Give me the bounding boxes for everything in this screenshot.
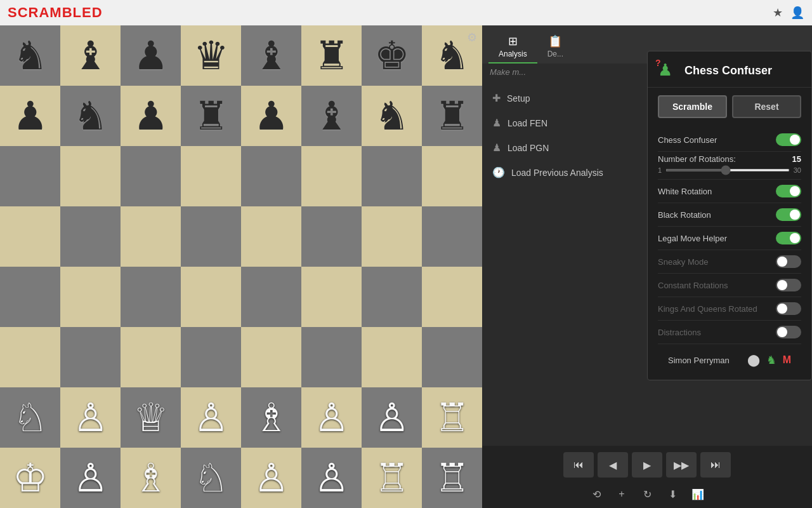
toggle-chess-confuser[interactable] — [776, 133, 801, 146]
square-r4-c6[interactable] — [362, 267, 422, 327]
square-r2-c5[interactable] — [301, 146, 362, 206]
square-r5-c1[interactable] — [60, 327, 121, 387]
pgn-icon: ♟ — [492, 142, 501, 154]
toggle-white-rotation[interactable] — [776, 185, 801, 197]
scramble-button[interactable]: Scramble — [658, 95, 727, 118]
square-r5-c4[interactable] — [241, 327, 301, 387]
square-r2-c7[interactable] — [422, 146, 482, 206]
square-r0-c2[interactable]: ♟ — [121, 25, 181, 86]
square-r1-c6[interactable]: ♞ — [362, 86, 422, 146]
setting-sneaky-mode: Sneaky Mode — [658, 250, 801, 274]
square-r5-c2[interactable] — [121, 327, 181, 387]
square-r7-c7[interactable]: ♖ — [422, 448, 482, 508]
square-r1-c7[interactable]: ♜ — [422, 86, 482, 146]
square-r3-c6[interactable] — [362, 206, 422, 267]
square-r7-c2[interactable]: ♗ — [121, 448, 181, 508]
square-r7-c3[interactable]: ♘ — [181, 448, 241, 508]
square-r0-c6[interactable]: ♚ — [362, 25, 422, 86]
square-r0-c4[interactable]: ♝ — [241, 25, 301, 86]
square-r6-c6[interactable]: ♙ — [362, 387, 422, 448]
toggle-sneaky-mode[interactable] — [776, 255, 801, 268]
square-r2-c1[interactable] — [60, 146, 121, 206]
square-r6-c5[interactable]: ♙ — [301, 387, 362, 448]
square-r0-c0[interactable]: ♞ — [0, 25, 60, 86]
gmail-icon[interactable]: M — [783, 354, 791, 366]
black-piece: ♟ — [133, 97, 169, 136]
reset-button[interactable]: Reset — [732, 95, 801, 118]
square-r5-c7[interactable] — [422, 327, 482, 387]
chessboard[interactable]: ♞♝♟♛♝♜♚♞♟♞♟♜♟♝♞♜♘♙♕♙♗♙♙♖♔♙♗♘♙♙♖♖ — [0, 25, 482, 508]
square-r4-c4[interactable] — [241, 267, 301, 327]
rotations-slider[interactable] — [665, 169, 790, 171]
toggle-legal-move[interactable] — [776, 232, 801, 244]
square-r7-c1[interactable]: ♙ — [60, 448, 121, 508]
first-button[interactable]: ⏮ — [563, 452, 594, 478]
square-r3-c3[interactable] — [181, 206, 241, 267]
square-r3-c4[interactable] — [241, 206, 301, 267]
square-r2-c6[interactable] — [362, 146, 422, 206]
square-r7-c4[interactable]: ♙ — [241, 448, 301, 508]
square-r6-c4[interactable]: ♗ — [241, 387, 301, 448]
square-r7-c6[interactable]: ♖ — [362, 448, 422, 508]
last-button[interactable]: ⏭ — [700, 452, 731, 478]
square-r3-c5[interactable] — [301, 206, 362, 267]
github-icon[interactable]: ⬤ — [747, 353, 760, 367]
gear-button[interactable]: ⚙ — [467, 30, 477, 44]
white-piece: ♘ — [193, 458, 229, 498]
square-r4-c0[interactable] — [0, 267, 60, 327]
square-r2-c2[interactable] — [121, 146, 181, 206]
square-r4-c1[interactable] — [60, 267, 121, 327]
square-r3-c7[interactable] — [422, 206, 482, 267]
square-r1-c1[interactable]: ♞ — [60, 86, 121, 146]
menu-setup-label: Setup — [507, 93, 530, 104]
square-r2-c4[interactable] — [241, 146, 301, 206]
flip-button[interactable]: ⟲ — [586, 485, 606, 503]
square-r4-c2[interactable] — [121, 267, 181, 327]
square-r7-c0[interactable]: ♔ — [0, 448, 60, 508]
square-r4-c7[interactable] — [422, 267, 482, 327]
square-r3-c1[interactable] — [60, 206, 121, 267]
toggle-distractions[interactable] — [776, 326, 801, 338]
square-r2-c0[interactable] — [0, 146, 60, 206]
square-r5-c5[interactable] — [301, 327, 362, 387]
toggle-black-rotation[interactable] — [776, 208, 801, 221]
graph-button[interactable]: 📊 — [688, 485, 708, 503]
square-r4-c3[interactable] — [181, 267, 241, 327]
square-r1-c4[interactable]: ♟ — [241, 86, 301, 146]
square-r0-c5[interactable]: ♜ — [301, 25, 362, 86]
square-r2-c3[interactable] — [181, 146, 241, 206]
square-r6-c0[interactable]: ♘ — [0, 387, 60, 448]
next-button[interactable]: ▶▶ — [666, 452, 697, 478]
square-r0-c3[interactable]: ♛ — [181, 25, 241, 86]
user-icon[interactable]: 👤 — [790, 6, 804, 20]
play-button[interactable]: ▶ — [632, 452, 662, 478]
square-r5-c3[interactable] — [181, 327, 241, 387]
square-r5-c0[interactable] — [0, 327, 60, 387]
question-icon: ? — [655, 58, 661, 68]
chess-user-icon[interactable]: ♞ — [766, 353, 776, 367]
square-r7-c5[interactable]: ♙ — [301, 448, 362, 508]
refresh-button[interactable]: ↻ — [637, 485, 657, 503]
square-r3-c2[interactable] — [121, 206, 181, 267]
square-r4-c5[interactable] — [301, 267, 362, 327]
tab-analysis[interactable]: ⊞ Analysis — [488, 30, 537, 64]
square-r6-c2[interactable]: ♕ — [121, 387, 181, 448]
toggle-constant-rotations[interactable] — [776, 279, 801, 291]
black-piece: ♝ — [314, 97, 350, 136]
square-r1-c0[interactable]: ♟ — [0, 86, 60, 146]
square-r1-c3[interactable]: ♜ — [181, 86, 241, 146]
square-r1-c2[interactable]: ♟ — [121, 86, 181, 146]
download-button[interactable]: ⬇ — [662, 485, 683, 503]
add-button[interactable]: + — [612, 485, 632, 503]
square-r5-c6[interactable] — [362, 327, 422, 387]
square-r6-c1[interactable]: ♙ — [60, 387, 121, 448]
star-icon[interactable]: ★ — [773, 6, 783, 20]
toggle-kings-queens[interactable] — [776, 302, 801, 315]
square-r3-c0[interactable] — [0, 206, 60, 267]
square-r6-c3[interactable]: ♙ — [181, 387, 241, 448]
prev-button[interactable]: ◀ — [598, 452, 628, 478]
tab-de[interactable]: 📋 De... — [537, 30, 573, 64]
square-r0-c1[interactable]: ♝ — [60, 25, 121, 86]
square-r1-c5[interactable]: ♝ — [301, 86, 362, 146]
square-r6-c7[interactable]: ♖ — [422, 387, 482, 448]
